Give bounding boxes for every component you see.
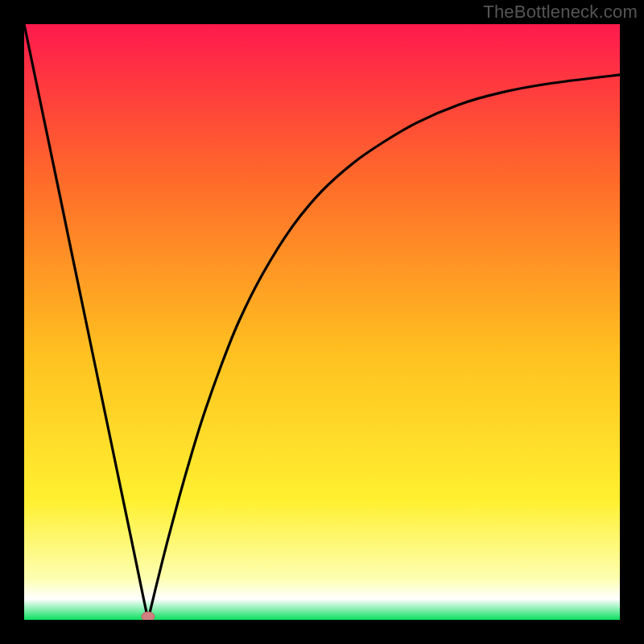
gradient-background: [24, 24, 620, 620]
attribution-label: TheBottleneck.com: [483, 2, 638, 23]
optimal-marker: [142, 612, 155, 620]
chart-container: TheBottleneck.com: [0, 0, 644, 644]
bottleneck-chart: [24, 24, 620, 620]
plot-area: [24, 24, 620, 620]
